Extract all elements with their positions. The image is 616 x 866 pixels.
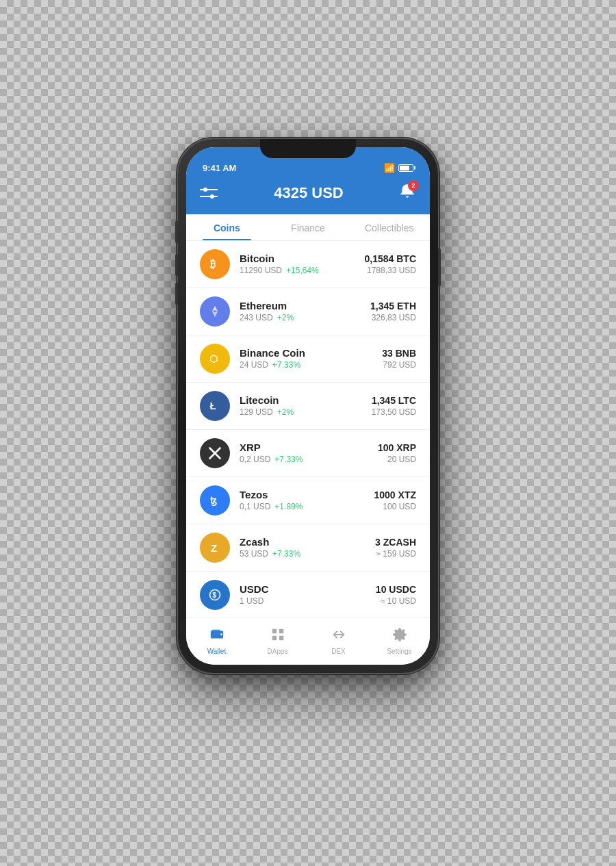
battery-fill <box>400 166 409 170</box>
coin-balance-ZEC: 3 ZCASH ≈ 159 USD <box>375 537 416 559</box>
coin-price-row: 243 USD +2% <box>240 313 361 322</box>
svg-rect-16 <box>279 628 283 633</box>
coin-usd: 1788,33 USD <box>365 266 416 275</box>
coin-icon-BNB: ⬡ <box>200 344 230 374</box>
coin-name: USDC <box>240 583 366 595</box>
coin-change: +7.33% <box>272 360 300 370</box>
tab-collectibles[interactable]: Collectibles <box>348 214 430 240</box>
coin-price: 24 USD <box>240 360 268 370</box>
svg-rect-15 <box>272 628 276 633</box>
list-item[interactable]: $ USDC 1 USD 10 USDC ≈ 10 USD <box>186 572 430 617</box>
list-item[interactable]: ꜩ Tezos 0,1 USD +1.89% 1000 XTZ 100 USD <box>186 477 430 524</box>
list-item[interactable]: ⬡ Binance Coin 24 USD +7.33% 33 BNB 792 … <box>186 335 430 383</box>
coin-icon-XRP <box>200 438 230 468</box>
svg-marker-6 <box>212 311 218 317</box>
coin-info-BTC: Bitcoin 11290 USD +15,64% <box>240 253 355 275</box>
coin-usd: 792 USD <box>382 360 416 370</box>
tab-finance[interactable]: Finance <box>268 214 349 240</box>
coin-price-row: 1 USD <box>240 596 366 606</box>
coin-icon-ETH <box>200 296 230 327</box>
coin-price-row: 129 USD +2% <box>240 407 362 417</box>
nav-label-dex: DEX <box>331 648 346 655</box>
coin-usd: 326,83 USD <box>370 313 416 322</box>
nav-wallet[interactable]: Wallet <box>186 627 247 655</box>
settings-icon <box>392 627 407 646</box>
coin-balance-ETH: 1,345 ETH 326,83 USD <box>370 301 416 322</box>
nav-settings[interactable]: Settings <box>369 627 430 655</box>
coin-icon-XTZ: ꜩ <box>200 485 230 515</box>
coin-price: 129 USD <box>240 407 273 417</box>
coin-price-row: 0,1 USD +1.89% <box>240 502 365 511</box>
coin-usd: 100 USD <box>374 502 416 511</box>
svg-marker-5 <box>212 305 218 311</box>
coin-amount: 100 XRP <box>378 442 416 453</box>
coin-icon-ZEC: Z <box>200 533 230 563</box>
coin-price: 11290 USD <box>240 266 282 275</box>
coin-change: +2% <box>277 407 294 417</box>
coin-change: +1.89% <box>274 502 303 511</box>
coin-balance-XRP: 100 XRP 20 USD <box>378 442 416 464</box>
coin-change: +7.33% <box>272 549 300 559</box>
notification-bell[interactable]: 2 <box>398 183 416 203</box>
list-item[interactable]: Ł Litecoin 129 USD +2% 1,345 LTC 173,50 … <box>186 383 430 430</box>
coin-price-row: 53 USD +7.33% <box>240 549 365 559</box>
phone-notch <box>260 139 356 158</box>
coin-amount: 10 USDC <box>376 584 416 595</box>
filter-svg <box>200 186 218 200</box>
coin-info-XTZ: Tezos 0,1 USD +1.89% <box>240 489 365 511</box>
coin-amount: 0,1584 BTC <box>365 253 416 264</box>
tabs: Coins Finance Collectibles <box>186 214 430 241</box>
tab-coins[interactable]: Coins <box>186 214 268 240</box>
coin-balance-BNB: 33 BNB 792 USD <box>382 348 416 370</box>
coin-name: Bitcoin <box>240 253 355 264</box>
coin-price: 53 USD <box>240 549 268 559</box>
list-item[interactable]: Ethereum 243 USD +2% 1,345 ETH 326,83 US… <box>186 288 430 335</box>
coin-icon-USDC: $ <box>200 580 230 610</box>
nav-dapps[interactable]: DApps <box>247 627 308 655</box>
list-item[interactable]: Z Zcash 53 USD +7.33% 3 ZCASH ≈ 159 USD <box>186 524 430 572</box>
coin-balance-XTZ: 1000 XTZ 100 USD <box>374 489 416 511</box>
coin-price: 0,2 USD <box>240 455 270 464</box>
coin-usd: 173,50 USD <box>372 407 416 417</box>
svg-text:Z: Z <box>211 542 217 554</box>
nav-label-wallet: Wallet <box>207 648 226 655</box>
svg-rect-18 <box>279 635 283 639</box>
list-item[interactable]: ₿ Bitcoin 11290 USD +15,64% 0,1584 BTC 1… <box>186 241 430 288</box>
coin-amount: 1,345 ETH <box>370 301 416 311</box>
nav-label-dapps: DApps <box>267 648 287 655</box>
coin-list: ₿ Bitcoin 11290 USD +15,64% 0,1584 BTC 1… <box>186 241 430 617</box>
svg-text:$: $ <box>212 590 216 598</box>
coin-price-row: 0,2 USD +7.33% <box>240 455 368 464</box>
app-content: 4325 USD 2 Coins Finance <box>186 177 430 665</box>
battery-icon <box>398 164 413 172</box>
dex-icon <box>331 627 346 646</box>
coin-name: Litecoin <box>240 394 362 406</box>
coin-icon-BTC: ₿ <box>200 249 230 279</box>
coin-amount: 33 BNB <box>382 348 416 359</box>
svg-text:⬡: ⬡ <box>209 354 218 364</box>
nav-dex[interactable]: DEX <box>308 627 369 655</box>
coin-info-BNB: Binance Coin 24 USD +7.33% <box>240 347 372 370</box>
coin-name: XRP <box>240 442 368 453</box>
header-total: 4325 USD <box>274 184 344 202</box>
coin-usd: ≈ 159 USD <box>375 549 416 559</box>
bottom-nav: Wallet DApps DEX Settings <box>186 617 430 665</box>
coin-change: +2% <box>277 313 294 322</box>
coin-info-LTC: Litecoin 129 USD +2% <box>240 394 362 417</box>
status-time: 9:41 AM <box>203 163 236 173</box>
coin-amount: 3 ZCASH <box>375 537 416 548</box>
coin-info-USDC: USDC 1 USD <box>240 583 366 606</box>
coin-price-row: 24 USD +7.33% <box>240 360 372 370</box>
coin-amount: 1000 XTZ <box>374 489 416 500</box>
svg-rect-17 <box>272 635 276 639</box>
svg-text:ꜩ: ꜩ <box>210 496 217 506</box>
list-item[interactable]: XRP 0,2 USD +7.33% 100 XRP 20 USD <box>186 430 430 477</box>
filter-icon[interactable] <box>200 186 219 201</box>
coin-icon-LTC: Ł <box>200 391 230 421</box>
phone-mockup: 9:41 AM 📶 <box>178 139 438 673</box>
phone-screen: 9:41 AM 📶 <box>186 147 430 665</box>
coin-price: 0,1 USD <box>240 502 270 511</box>
coin-change: +15,64% <box>286 266 319 275</box>
coin-price: 243 USD <box>240 313 273 322</box>
coin-balance-LTC: 1,345 LTC 173,50 USD <box>372 395 416 417</box>
